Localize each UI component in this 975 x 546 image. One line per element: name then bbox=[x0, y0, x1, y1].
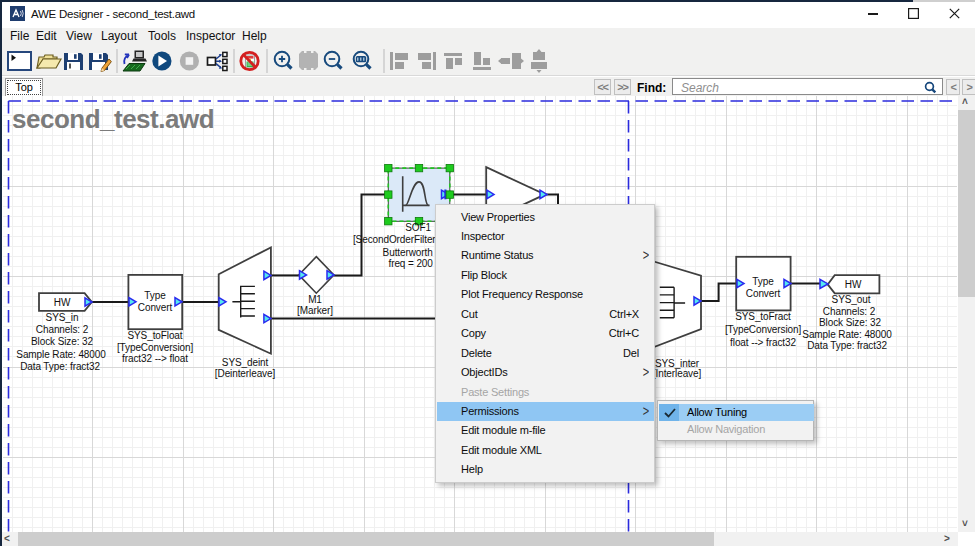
svg-text:float --> fract32: float --> fract32 bbox=[730, 337, 796, 348]
svg-text:HW: HW bbox=[54, 297, 71, 308]
svg-text:[Interleave]: [Interleave] bbox=[653, 368, 702, 379]
svg-text:Channels: 2: Channels: 2 bbox=[36, 324, 89, 335]
svg-text:Block Size: 32: Block Size: 32 bbox=[31, 336, 94, 347]
svg-text:[Marker]: [Marker] bbox=[297, 305, 333, 316]
svg-text:[Deinterleave]: [Deinterleave] bbox=[215, 368, 276, 379]
svg-text:[TypeConversion]: [TypeConversion] bbox=[725, 324, 802, 335]
svg-text:Type: Type bbox=[144, 290, 166, 301]
svg-text:Convert: Convert bbox=[746, 288, 781, 299]
svg-text:Data Type: fract32: Data Type: fract32 bbox=[807, 340, 887, 351]
svg-text:SYS_out: SYS_out bbox=[832, 294, 871, 305]
svg-text:fract32 --> float: fract32 --> float bbox=[122, 353, 188, 364]
svg-text:Channels: 2: Channels: 2 bbox=[823, 306, 876, 317]
svg-text:M1: M1 bbox=[308, 294, 322, 305]
svg-text:SYS_toFract: SYS_toFract bbox=[735, 311, 791, 322]
svg-text:SOF1: SOF1 bbox=[405, 222, 431, 233]
svg-text:Block Size: 32: Block Size: 32 bbox=[819, 317, 882, 328]
svg-text:Convert: Convert bbox=[138, 302, 173, 313]
svg-text:SYS_in: SYS_in bbox=[46, 312, 79, 323]
svg-text:SYS_toFloat: SYS_toFloat bbox=[127, 330, 182, 341]
svg-text:HW: HW bbox=[845, 279, 862, 290]
svg-text:Data Type: fract32: Data Type: fract32 bbox=[20, 361, 100, 372]
svg-text:SYS_deint: SYS_deint bbox=[222, 357, 269, 368]
svg-text:Sample Rate: 48000: Sample Rate: 48000 bbox=[16, 349, 106, 360]
svg-text:Sample Rate: 48000: Sample Rate: 48000 bbox=[802, 329, 892, 340]
svg-text:[TypeConversion]: [TypeConversion] bbox=[117, 342, 194, 353]
svg-text:Type: Type bbox=[752, 276, 774, 287]
